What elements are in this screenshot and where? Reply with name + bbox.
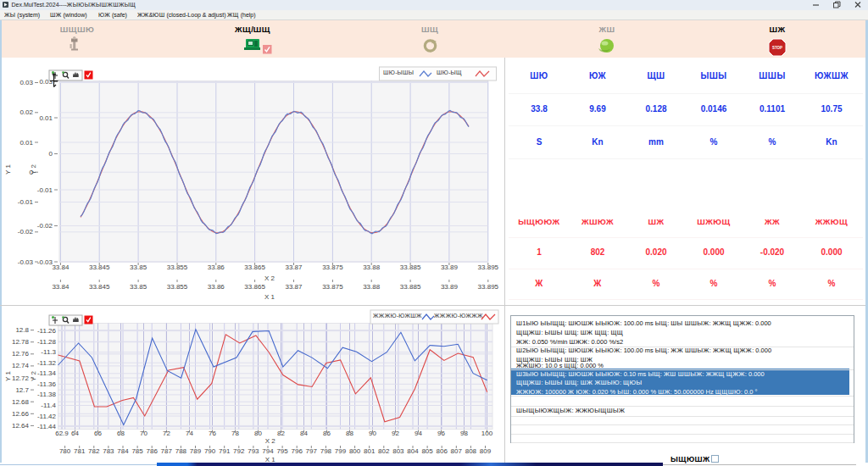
svg-text:33.885: 33.885: [400, 283, 421, 291]
svg-text:-0.02: -0.02: [18, 228, 34, 236]
svg-text:82: 82: [277, 430, 285, 437]
svg-text:Y 1: Y 1: [4, 164, 12, 175]
svg-text:33.885: 33.885: [400, 264, 421, 271]
svg-text:100: 100: [481, 430, 493, 437]
svg-text:-11.4: -11.4: [41, 402, 56, 409]
svg-text:806: 806: [437, 447, 448, 455]
svg-text:788: 788: [175, 447, 187, 455]
svg-text:-0.01: -0.01: [18, 198, 34, 206]
svg-text:12.76: 12.76: [12, 350, 30, 358]
svg-text:33.865: 33.865: [244, 264, 265, 271]
svg-text:12.68: 12.68: [12, 398, 30, 406]
svg-text:33.88: 33.88: [363, 264, 381, 271]
svg-text:86: 86: [323, 430, 331, 437]
svg-text:804: 804: [407, 447, 419, 455]
svg-text:33.895: 33.895: [478, 283, 499, 291]
svg-text:33.88: 33.88: [363, 283, 381, 291]
svg-text:787: 787: [161, 447, 173, 455]
svg-text:-11.26: -11.26: [37, 327, 57, 335]
svg-text:-11.38: -11.38: [37, 391, 57, 398]
svg-text:802: 802: [378, 447, 390, 455]
svg-text:790: 790: [204, 447, 216, 455]
svg-text:12.74: 12.74: [12, 362, 30, 369]
svg-text:-0.02: -0.02: [37, 222, 53, 230]
svg-text:Y 2: Y 2: [30, 371, 37, 381]
svg-text:80: 80: [254, 430, 262, 437]
svg-text:793: 793: [248, 447, 259, 455]
svg-text:-11.44: -11.44: [37, 423, 57, 430]
svg-text:791: 791: [219, 447, 231, 455]
svg-text:783: 783: [103, 447, 114, 455]
svg-text:786: 786: [147, 447, 159, 455]
svg-text:781: 781: [74, 447, 86, 455]
svg-text:74: 74: [186, 430, 193, 437]
svg-text:72: 72: [163, 430, 170, 437]
svg-text:62.9: 62.9: [55, 430, 69, 437]
svg-text:803: 803: [392, 447, 404, 455]
svg-text:Y 1: Y 1: [4, 371, 12, 381]
svg-text:-11.34: -11.34: [37, 369, 57, 377]
svg-text:12.78: 12.78: [12, 338, 30, 346]
svg-text:33.845: 33.845: [89, 283, 110, 291]
svg-text:801: 801: [364, 447, 376, 455]
svg-text:64: 64: [71, 430, 79, 437]
svg-text:33.845: 33.845: [89, 264, 110, 271]
svg-text:780: 780: [59, 447, 71, 455]
svg-text:33.865: 33.865: [244, 283, 265, 291]
svg-text:789: 789: [190, 447, 202, 455]
svg-text:92: 92: [392, 430, 399, 437]
svg-text:88: 88: [346, 430, 353, 437]
svg-text:33.86: 33.86: [208, 283, 225, 291]
svg-text:-11.42: -11.42: [37, 413, 57, 420]
svg-text:0.01: 0.01: [19, 139, 33, 147]
svg-text:76: 76: [209, 430, 216, 437]
svg-text:98: 98: [460, 430, 468, 437]
svg-text:33.875: 33.875: [322, 264, 343, 271]
svg-text:33.86: 33.86: [208, 264, 225, 271]
svg-text:795: 795: [276, 447, 288, 455]
svg-text:799: 799: [335, 447, 347, 455]
svg-text:STOP: STOP: [772, 46, 782, 50]
svg-text:68: 68: [117, 430, 125, 437]
svg-text:-0.03: -0.03: [18, 258, 34, 266]
svg-text:800: 800: [349, 447, 361, 455]
svg-text:33.85: 33.85: [130, 283, 147, 291]
svg-text:33.85: 33.85: [130, 264, 147, 271]
svg-text:-11.32: -11.32: [37, 359, 57, 367]
svg-text:-0.03: -0.03: [37, 258, 53, 266]
svg-text:90: 90: [369, 430, 376, 437]
svg-text:807: 807: [451, 447, 463, 455]
svg-text:-0.01: -0.01: [37, 186, 53, 194]
svg-text:808: 808: [465, 447, 477, 455]
svg-text:-11.3: -11.3: [41, 348, 56, 356]
svg-text:Y 2: Y 2: [30, 164, 37, 175]
svg-text:784: 784: [117, 447, 129, 455]
svg-text:0.02: 0.02: [19, 108, 33, 116]
svg-text:-11.28: -11.28: [37, 338, 57, 346]
svg-text:805: 805: [421, 447, 433, 455]
svg-text:X 2: X 2: [265, 437, 276, 445]
svg-text:78: 78: [231, 430, 239, 437]
svg-text:809: 809: [480, 447, 492, 455]
svg-text:0: 0: [49, 150, 53, 158]
svg-text:33.89: 33.89: [441, 283, 459, 291]
svg-text:X 2: X 2: [264, 275, 275, 282]
svg-text:792: 792: [233, 447, 245, 455]
svg-text:94: 94: [415, 430, 422, 437]
svg-text:12.64: 12.64: [12, 422, 30, 430]
svg-text:X 1: X 1: [264, 293, 275, 301]
svg-text:33.855: 33.855: [167, 283, 188, 291]
svg-text:12.7: 12.7: [15, 386, 29, 394]
svg-text:782: 782: [88, 447, 100, 455]
svg-text:33.84: 33.84: [52, 264, 70, 271]
svg-text:33.87: 33.87: [285, 264, 303, 271]
svg-text:785: 785: [131, 447, 143, 455]
svg-text:12.72: 12.72: [12, 374, 30, 382]
svg-text:796: 796: [292, 447, 303, 455]
svg-text:33.875: 33.875: [322, 283, 343, 291]
svg-text:0.03: 0.03: [19, 79, 33, 86]
svg-text:33.855: 33.855: [167, 264, 188, 271]
svg-text:84: 84: [300, 430, 308, 437]
svg-text:0.01: 0.01: [39, 114, 53, 122]
svg-text:798: 798: [320, 447, 332, 455]
